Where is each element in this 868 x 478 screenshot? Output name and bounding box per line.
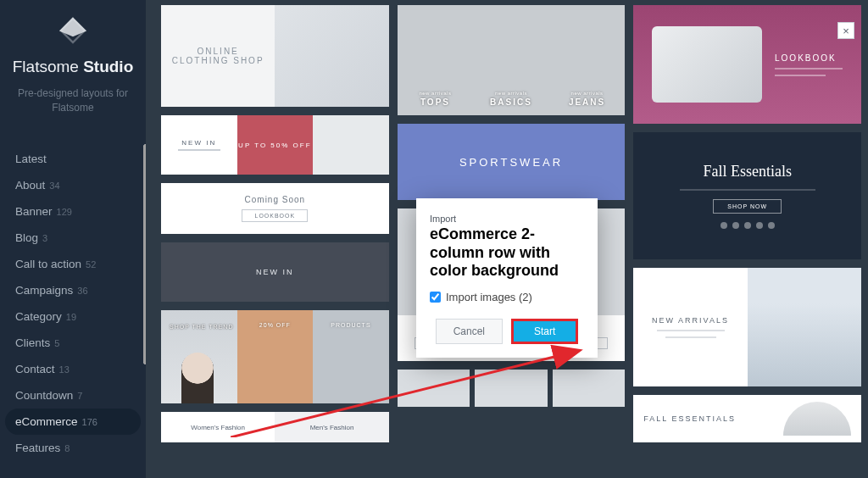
category-nav: Latest About34 Banner129 Blog3 Call to a…	[0, 146, 146, 461]
dialog-label: Import	[430, 214, 584, 224]
dialog-title: eCommerce 2-column row with color backgr…	[430, 225, 584, 281]
nav-item-category[interactable]: Category19	[0, 303, 146, 330]
layout-card[interactable]: LOOKBOOK	[633, 5, 861, 124]
layout-grid: ONLINE CLOTHING SHOP NEW IN UP TO 50% OF…	[146, 0, 868, 478]
layout-card[interactable]: SHOP THE TREND 20% OFF PRODUCTS	[161, 310, 389, 403]
nav-item-clients[interactable]: Clients5	[0, 330, 146, 356]
card-label: Men's Fashion	[275, 412, 388, 442]
card-title: FALL ESSENTIALS	[643, 414, 736, 423]
import-images-checkbox[interactable]: Import images (2)	[430, 291, 584, 303]
brand-block: Flatsome Studio Pre-designed layouts for…	[0, 15, 146, 127]
nav-item-ecommerce[interactable]: eCommerce176	[5, 409, 141, 435]
nav-item-about[interactable]: About34	[0, 172, 146, 198]
card-label: PRODUCTS	[331, 322, 370, 328]
card-button: LOOKBOOK	[242, 209, 308, 222]
layout-card[interactable]: NEW IN	[161, 242, 389, 302]
card-title: ONLINE CLOTHING SHOP	[161, 5, 275, 107]
card-label: NEW IN	[181, 139, 216, 147]
layout-card[interactable]: NEW ARRIVALS	[633, 268, 861, 386]
image-placeholder	[313, 115, 389, 175]
layout-card[interactable]: Fall Essentials SHOP NOW	[633, 132, 861, 259]
nav-item-banner[interactable]: Banner129	[0, 198, 146, 225]
card-title: Coming Soon	[245, 195, 306, 204]
grid-col-c: LOOKBOOK Fall Essentials SHOP NOW NEW AR…	[633, 5, 861, 442]
image-placeholder	[652, 26, 762, 103]
layout-card[interactable]: NEW IN UP TO 50% OFF	[161, 115, 389, 175]
layout-card[interactable]: Women's Fashion Men's Fashion	[161, 412, 389, 442]
grid-col-a: ONLINE CLOTHING SHOP NEW IN UP TO 50% OF…	[161, 5, 389, 442]
card-title: Fall Essentials	[703, 163, 792, 181]
card-button: SHOP NOW	[713, 199, 782, 214]
card-label: Women's Fashion	[161, 412, 275, 442]
card-label: UP TO 50% OFF	[238, 142, 311, 149]
card-title: LOOKBOOK	[775, 53, 837, 63]
image-placeholder	[181, 353, 214, 403]
layout-card[interactable]	[398, 370, 626, 407]
close-icon: ×	[843, 25, 849, 37]
divider	[178, 149, 220, 151]
nav-item-campaigns[interactable]: Campaigns36	[0, 277, 146, 303]
card-title: SPORTSWEAR	[459, 156, 563, 169]
card-label: NEW IN	[161, 242, 389, 302]
logo-icon	[56, 15, 90, 49]
card-title: NEW ARRIVALS	[652, 316, 729, 325]
layout-card[interactable]: FALL ESSENTIALS	[633, 395, 861, 442]
nav-item-latest[interactable]: Latest	[0, 146, 146, 172]
nav-item-countdown[interactable]: Countdown7	[0, 382, 146, 409]
checkbox-label: Import images (2)	[446, 291, 532, 303]
layout-card[interactable]: ONLINE CLOTHING SHOP	[161, 5, 389, 107]
layout-card[interactable]: new arrivalsTOPS new arrivalsBASICS new …	[398, 5, 626, 115]
card-label: 20% OFF	[259, 322, 291, 328]
nav-item-call-to-action[interactable]: Call to action52	[0, 251, 146, 277]
nav-item-blog[interactable]: Blog3	[0, 225, 146, 251]
layout-card[interactable]: SPORTSWEAR	[398, 124, 626, 200]
card-label: SHOP THE TREND	[170, 324, 233, 330]
image-placeholder	[783, 402, 851, 436]
image-placeholder	[275, 5, 388, 107]
start-button[interactable]: Start	[511, 319, 578, 344]
checkbox-input[interactable]	[430, 292, 441, 303]
nav-item-contact[interactable]: Contact13	[0, 356, 146, 382]
sidebar: Flatsome Studio Pre-designed layouts for…	[0, 0, 146, 478]
image-placeholder	[748, 268, 861, 386]
nav-item-features[interactable]: Features8	[0, 435, 146, 461]
close-button[interactable]: ×	[837, 22, 854, 39]
cancel-button[interactable]: Cancel	[436, 319, 503, 344]
import-dialog: Import eCommerce 2-column row with color…	[416, 198, 598, 358]
brand-tagline: Pre-designed layouts for Flatsome	[7, 86, 139, 115]
brand-title: Flatsome Studio	[13, 58, 134, 76]
social-icons	[721, 222, 775, 229]
layout-card[interactable]: Coming Soon LOOKBOOK	[161, 183, 389, 234]
